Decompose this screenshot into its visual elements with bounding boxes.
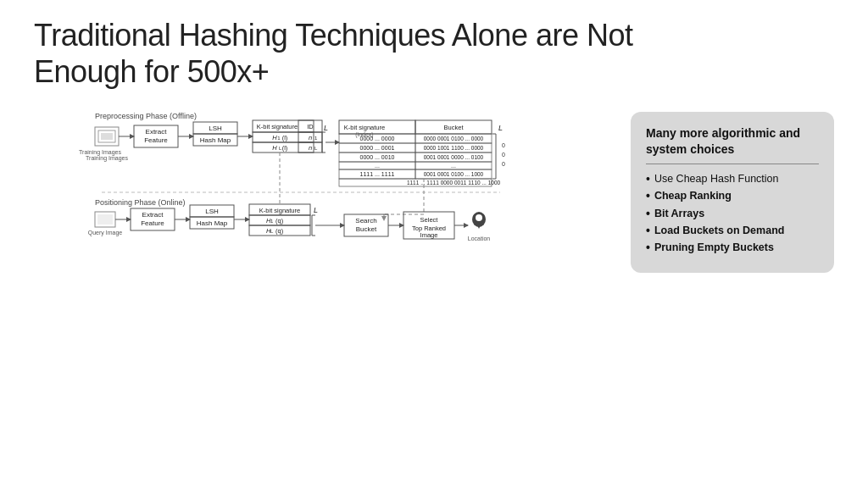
info-box-title: Many more algorithmic and system choices: [646, 125, 819, 156]
list-item-4-text: Load Buckets on Demand: [654, 225, 785, 236]
svg-text:Feature: Feature: [144, 136, 168, 144]
svg-text:Query Image: Query Image: [88, 230, 123, 236]
svg-text:L: L: [324, 124, 328, 132]
list-item-1: Use Cheap Hash Function: [646, 173, 819, 186]
list-item-3-text: Bit Arrays: [654, 208, 704, 219]
svg-text:Search: Search: [355, 217, 376, 225]
svg-text:(l): (l): [282, 134, 288, 141]
svg-text:...: ...: [451, 163, 456, 169]
svg-text:L: L: [314, 206, 318, 214]
svg-text:Select: Select: [420, 216, 439, 224]
svg-text:0001 0001 0000 ... 0100: 0001 0001 0000 ... 0100: [424, 154, 484, 160]
info-box: Many more algorithmic and system choices…: [631, 112, 834, 272]
svg-text:1: 1: [314, 136, 318, 141]
svg-text:1: 1: [270, 219, 274, 224]
svg-text:0000 ... 0010: 0000 ... 0010: [360, 154, 395, 160]
info-box-divider: [646, 164, 819, 164]
svg-text:(q): (q): [275, 227, 284, 235]
svg-text:1111 ... 1111: 1111 ... 1111: [360, 171, 395, 177]
svg-text:H: H: [272, 144, 277, 152]
list-item-4: Load Buckets on Demand: [646, 225, 819, 237]
svg-text:1: 1: [277, 136, 281, 141]
svg-text:Hash Map: Hash Map: [200, 136, 231, 144]
diagram-svg: Preprocessing Phase (Offline) Training I…: [34, 103, 593, 391]
info-box-list: Use Cheap Hash Function Cheap Ranking Bi…: [646, 173, 819, 255]
svg-text:Bucket: Bucket: [444, 124, 465, 131]
svg-text:Extract: Extract: [146, 128, 168, 136]
slide-title: Traditional Hashing Techniques Alone are…: [34, 17, 834, 90]
svg-point-117: [476, 214, 482, 221]
svg-text:Hash Map: Hash Map: [197, 219, 228, 227]
svg-text:(l): (l): [282, 144, 288, 152]
svg-text:n: n: [309, 144, 312, 152]
svg-text:ID: ID: [307, 123, 314, 130]
svg-text:Image: Image: [420, 231, 438, 239]
svg-text:1111 ... 1111   0000 0011 1110: 1111 ... 1111 0000 0011 1110 ... 1000: [407, 180, 501, 186]
svg-text:Positioning Phase (Online): Positioning Phase (Online): [95, 198, 186, 207]
svg-text:0: 0: [502, 161, 505, 167]
list-item-1-text: Use Cheap Hash Function: [654, 173, 779, 185]
svg-text:Feature: Feature: [141, 219, 164, 227]
svg-text:K-bit signature: K-bit signature: [344, 124, 385, 131]
svg-text:Extract: Extract: [142, 211, 164, 219]
svg-text:0000 0001 0100 ... 0000: 0000 0001 0100 ... 0000: [424, 136, 484, 141]
svg-text:0000 1001 1100 ... 0000: 0000 1001 1100 ... 0000: [424, 145, 484, 151]
list-item-2-text: Cheap Ranking: [654, 190, 732, 202]
svg-text:LSH: LSH: [209, 125, 222, 132]
svg-text:L: L: [270, 229, 274, 234]
svg-text:Preprocessing Phase (Offline): Preprocessing Phase (Offline): [95, 112, 197, 120]
svg-rect-76: [97, 214, 113, 225]
svg-text:(q): (q): [275, 217, 284, 225]
svg-rect-3: [101, 133, 113, 140]
svg-text:LSH: LSH: [205, 208, 219, 215]
slide: Traditional Hashing Techniques Alone are…: [0, 0, 868, 488]
list-item-3: Bit Arrays: [646, 208, 819, 220]
svg-text:Training Images: Training Images: [86, 155, 128, 162]
list-item-5: Pruning Empty Buckets: [646, 241, 819, 254]
svg-text:K-bit signature: K-bit signature: [257, 123, 298, 130]
svg-text:n: n: [309, 134, 312, 141]
svg-text:0000 ... 0000: 0000 ... 0000: [360, 136, 395, 141]
svg-text:K-bit signature: K-bit signature: [259, 207, 300, 214]
svg-text:0: 0: [502, 152, 505, 158]
content-area: Preprocessing Phase (Offline) Training I…: [34, 103, 834, 395]
svg-text:L: L: [314, 146, 318, 151]
diagram-area: Preprocessing Phase (Offline) Training I…: [34, 103, 614, 395]
svg-text:0001 0001 0100 ... 1000: 0001 0001 0100 ... 1000: [424, 171, 484, 177]
svg-text:L: L: [498, 124, 503, 132]
svg-text:0: 0: [502, 142, 505, 148]
svg-text:...: ...: [375, 163, 380, 169]
svg-text:Bucket: Bucket: [356, 225, 377, 233]
list-item-2: Cheap Ranking: [646, 190, 819, 202]
svg-text:Location: Location: [468, 236, 491, 241]
svg-text:0000 ... 0001: 0000 ... 0001: [360, 145, 395, 151]
list-item-5-text: Pruning Empty Buckets: [654, 241, 774, 253]
